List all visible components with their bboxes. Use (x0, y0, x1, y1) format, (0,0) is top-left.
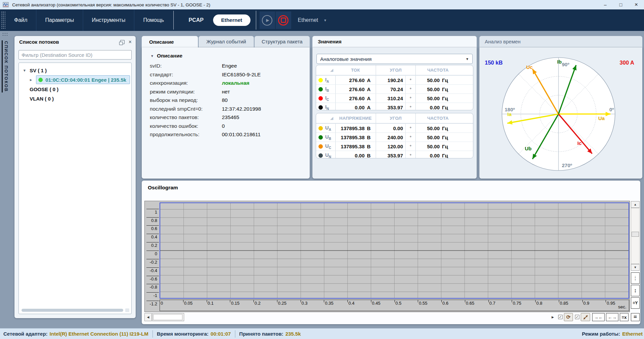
phasor-label: Ua (598, 115, 605, 121)
chevron-down-icon: ▼ (466, 57, 469, 61)
fit-y-button[interactable]: =Y (631, 297, 640, 309)
phasor-label: Uc (526, 64, 533, 70)
fit-x-button[interactable]: =x (620, 313, 629, 321)
selected-stream-row[interactable]: 01:0C:CD:04:00:01 Engee | 235.5k (36, 75, 130, 84)
frequency-inner: 50.00Гц (416, 125, 451, 131)
magnitude-cell: 0.00A (335, 103, 376, 110)
dock-grip[interactable] (2, 32, 7, 36)
close-icon[interactable]: × (629, 0, 644, 9)
field-value: IEC61850-9-2LE (222, 70, 261, 79)
y-tick-mark (146, 225, 159, 226)
scroll-left-icon[interactable]: ◀ (144, 313, 152, 321)
x-axis-unit: sec. (618, 304, 626, 309)
frequency-value: 50.00 (416, 135, 442, 140)
tab-time-analysis[interactable]: Анализ времен (479, 36, 642, 47)
magnitude-cell: 137895.38В (335, 142, 376, 151)
x-tick-mark (559, 300, 559, 302)
oscillogram-horizontal-scrollbar[interactable] (152, 313, 184, 321)
phase-name: IB (325, 86, 329, 92)
tab-values[interactable]: Значения (312, 36, 477, 47)
phase-name: UB (325, 134, 331, 141)
menu-item-0[interactable]: Файл (5, 9, 36, 31)
table-row: IA276.60A190.24°50.00Гц (316, 75, 473, 84)
description-field-0: svID:Engee (150, 62, 310, 70)
menu-item-1[interactable]: Параметры (36, 9, 82, 31)
titlebar: Сетевой анализатор (ознакомительная верс… (0, 0, 644, 9)
close-panel-icon[interactable]: × (129, 40, 132, 44)
ethernet-mode-button[interactable]: Ethernet (213, 14, 250, 26)
y-tick-mark (146, 276, 159, 276)
values-type-dropdown[interactable]: Аналоговые значения ▼ (316, 54, 473, 64)
statusbar-separator (235, 330, 235, 338)
y-tick-mark (146, 217, 159, 218)
description-field-4: выборок на период:80 (150, 96, 310, 105)
angle-value: 0.00 (376, 125, 405, 131)
sort-icon[interactable]: ◢ (330, 116, 333, 120)
maximize-icon[interactable]: □ (613, 0, 629, 9)
undock-icon[interactable] (120, 40, 125, 44)
menu-item-3[interactable]: Помощь (134, 9, 173, 31)
y-tick-label: -0.4 (143, 268, 157, 273)
tree-item-stream[interactable]: ▸01:0C:CD:04:00:01 Engee | 235.5k (19, 75, 131, 84)
tree-item-0[interactable]: ▾SV ( 1 ) (19, 66, 131, 75)
stop-capture-button[interactable] (276, 11, 291, 29)
streams-dock-tab[interactable]: СПИСОК ПОТОКОВ (2, 40, 9, 92)
stream-filter-input[interactable] (19, 50, 132, 60)
tree-item-2[interactable]: GOOSE ( 0 ) (19, 84, 131, 94)
scroll-right-icon[interactable]: ▶ (550, 313, 556, 321)
menu-item-2[interactable]: Инструменты (83, 9, 134, 31)
scroll-down-icon[interactable]: ▼ (631, 264, 640, 271)
expand-y-button[interactable]: ↕ (631, 285, 640, 296)
statusbar-item-1: Время мониторинга:00:01:07 (157, 331, 231, 337)
phasor-label: Ub (525, 146, 532, 151)
scroll-up-icon[interactable]: ▲ (631, 201, 640, 208)
tree-horizontal-scrollbar[interactable] (22, 309, 123, 312)
tree-item-3[interactable]: VLAN ( 0 ) (19, 94, 131, 103)
compress-y-button[interactable]: ↓ ↑ (631, 272, 640, 284)
expand-x-button[interactable]: ←→ (606, 313, 618, 321)
menu-divider (173, 11, 174, 30)
frequency-unit: Гц (442, 105, 451, 110)
oscillogram-title: Oscillogram (148, 185, 178, 191)
x-tick-mark (347, 300, 348, 302)
interface-selector[interactable]: Ethernet ▼ (298, 17, 327, 23)
fit-xy-button[interactable]: = (631, 313, 640, 321)
x-tick-mark (253, 300, 254, 302)
start-capture-button[interactable]: ▶ (260, 11, 275, 29)
tab-event-log[interactable]: Журнал событий (199, 36, 254, 47)
sort-icon[interactable]: ◢ (330, 68, 333, 72)
x-tick-mark (160, 300, 160, 302)
vertical-scroll-thumb[interactable] (632, 232, 639, 237)
magnitude-unit: A (367, 86, 376, 92)
y-tick-mark (146, 292, 159, 293)
phase-color-dot (318, 135, 323, 140)
minimize-icon[interactable]: – (598, 0, 613, 9)
degree-symbol: ° (405, 124, 415, 133)
description-field-1: стандарт:IEC61850-9-2LE (150, 70, 310, 79)
pcap-button[interactable]: PCAP (182, 17, 210, 23)
degree-symbol: ° (405, 142, 415, 151)
auto-scale-button[interactable] (581, 313, 590, 321)
magnitude-unit: В (367, 135, 376, 140)
angle-column-header: УГОЛ (376, 65, 415, 75)
magnitude-unit: В (367, 153, 376, 158)
description-panel: Описание Журнал событий Структура пакета… (142, 36, 310, 179)
chevron-right-icon[interactable]: ▸ (30, 78, 36, 82)
phase-color-dot (318, 96, 323, 101)
menubar-grip[interactable] (1, 11, 5, 29)
auto-refresh-checkbox[interactable]: ✓ (558, 315, 563, 319)
y-tick-mark (146, 267, 159, 268)
compress-x-button[interactable]: →← (592, 313, 605, 321)
auto-scale-checkbox[interactable]: ✓ (575, 315, 579, 319)
tab-packet-structure[interactable]: Структура пакета (255, 36, 310, 47)
voltage-values-table: ◢НАПРЯЖЕНИЕУГОЛЧАСТОТАUA137895.38В0.00°5… (316, 113, 473, 158)
oscillogram-plot (160, 202, 629, 299)
frequency-cell: 50.00Гц (415, 124, 473, 133)
refresh-button[interactable]: ⟳ (564, 313, 573, 321)
frequency-value: 50.00 (416, 125, 442, 131)
description-section-header[interactable]: ▼ Описание (150, 53, 310, 59)
tab-description[interactable]: Описание (142, 36, 198, 47)
stream-label: 01:0C:CD:04:00:01 Engee | 235.5k (45, 77, 126, 83)
chevron-icon[interactable]: ▾ (24, 68, 30, 73)
table-row: IB276.60A70.24°50.00Гц (316, 84, 473, 93)
